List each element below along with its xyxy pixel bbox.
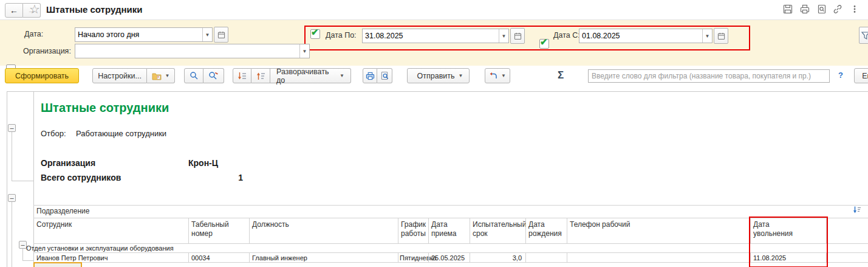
settings-label: Настройки... [98, 72, 142, 80]
date-from-label: Дата С: [553, 31, 580, 40]
selected-cell[interactable] [33, 262, 82, 267]
calendar-icon [717, 32, 725, 40]
report-total-value: 1 [200, 173, 243, 182]
save-icon[interactable] [782, 4, 793, 15]
column-header: Должность [252, 220, 392, 229]
quick-filter-input[interactable] [588, 69, 830, 83]
grid-line [525, 218, 526, 243]
organization-input[interactable]: ▼ [75, 44, 310, 58]
date-from-input[interactable]: ▼ [579, 29, 713, 43]
search-button[interactable] [184, 68, 203, 83]
search-reset-icon [208, 71, 219, 80]
grid-line [33, 243, 868, 244]
grid-line [188, 252, 189, 262]
print-preview-button[interactable] [377, 68, 392, 83]
tree-line [12, 202, 12, 267]
back-button[interactable]: ← [5, 3, 23, 18]
chevron-down-icon[interactable]: ▼ [202, 28, 212, 41]
date-period-calendar-button[interactable] [214, 27, 228, 43]
report-organization-value: Крон-Ц [188, 158, 218, 168]
grid-line [398, 252, 398, 262]
column-header: Табельный номер [191, 220, 240, 238]
cell-hire-date[interactable]: 25.05.2025 [431, 254, 465, 262]
date-label: Дата: [24, 30, 43, 38]
column-header: Дата приема [431, 220, 465, 238]
feedback-button[interactable]: ▼ [485, 68, 510, 83]
calendar-icon [514, 32, 522, 40]
column-header: График работы [401, 220, 428, 238]
collapse-all-button[interactable] [251, 68, 270, 83]
date-period-value[interactable] [75, 30, 202, 39]
tree-line [22, 260, 33, 261]
collapse-group-button[interactable]: – [8, 194, 16, 202]
date-period-input[interactable]: ▼ [75, 27, 213, 42]
collapse-group-button[interactable]: – [8, 124, 16, 132]
favorite-star-icon[interactable]: ☆ [29, 2, 40, 16]
grid-line [826, 252, 827, 262]
filter-settings-button[interactable] [859, 27, 868, 44]
expand-to-button[interactable]: Разворачивать до ▼ [270, 68, 351, 83]
settings-button[interactable]: Настройки... [92, 68, 147, 83]
generate-button[interactable]: Сформировать [5, 68, 79, 83]
sort-icon[interactable] [853, 206, 861, 214]
grid-line [428, 252, 429, 262]
link-icon[interactable] [832, 4, 843, 15]
cell-personnel-number[interactable]: 00034 [191, 254, 210, 262]
report-variants-button[interactable]: ▼ [147, 68, 175, 83]
settings-group: Настройки... ▼ [92, 68, 175, 83]
grid-line [470, 252, 470, 262]
preview-icon[interactable] [816, 4, 827, 15]
tree-line [22, 249, 23, 260]
date-to-value[interactable] [363, 32, 499, 40]
date-from-value[interactable] [579, 32, 702, 40]
chevron-down-icon: ▼ [501, 73, 506, 78]
grid-line [188, 218, 189, 243]
more-button[interactable]: Еще [854, 68, 868, 83]
grid-line [525, 252, 526, 262]
expand-to-label: Разворачивать до [276, 68, 336, 85]
collapse-rows-icon [256, 72, 265, 80]
date-to-checkbox[interactable]: ✔ [310, 29, 320, 39]
column-header: Дата увольнения [753, 220, 808, 238]
date-from-checkbox[interactable]: ✔ [539, 39, 549, 49]
print-group [363, 68, 392, 83]
cell-dismissal-date[interactable]: 11.08.2025 [753, 254, 786, 262]
date-to-calendar-button[interactable] [510, 28, 525, 44]
cell-employee[interactable]: Иванов Петр Петрович [36, 254, 108, 262]
back-arrow-icon: ← [10, 5, 18, 15]
group-row[interactable]: Отдел установки и эксплуатации оборудова… [26, 244, 174, 252]
help-button[interactable]: ? [838, 71, 843, 80]
grid-line [33, 252, 868, 253]
cell-position[interactable]: Главный инженер [252, 254, 307, 262]
cancel-search-button[interactable] [203, 68, 224, 83]
grid-line [249, 218, 250, 243]
section-header: Подразделение [36, 207, 89, 216]
grid-line [33, 218, 868, 218]
column-header: Сотрудник [36, 220, 182, 229]
search-group [184, 68, 224, 83]
date-from-calendar-button[interactable] [714, 28, 728, 44]
grid-line [249, 252, 250, 262]
report-left-border [33, 91, 34, 267]
chevron-down-icon[interactable]: ▼ [702, 29, 712, 43]
more-menu-icon[interactable] [849, 4, 860, 15]
chevron-down-icon[interactable]: ▼ [499, 29, 508, 43]
chevron-down-icon[interactable]: ▼ [299, 44, 309, 58]
check-icon: ✔ [540, 36, 548, 47]
expand-all-button[interactable] [233, 68, 251, 83]
organization-label: Организация: [23, 47, 71, 55]
report-top-border [7, 91, 868, 92]
print-preview-icon [380, 71, 389, 80]
column-header: Испытательный срок [473, 220, 526, 238]
column-header: Телефон рабочий [570, 220, 746, 229]
sum-sigma-icon[interactable]: Σ [558, 69, 564, 81]
report-organization-label: Организация [41, 158, 95, 168]
print-report-button[interactable] [363, 68, 377, 83]
cell-probation-period[interactable]: 3,0 [470, 254, 522, 262]
print-icon[interactable] [799, 4, 810, 15]
date-to-input[interactable]: ▼ [362, 29, 509, 43]
send-button[interactable]: Отправить ▼ [407, 68, 470, 83]
organization-value[interactable] [75, 47, 299, 55]
grid-line [398, 218, 398, 243]
selection-label: Отбор: [41, 129, 66, 138]
